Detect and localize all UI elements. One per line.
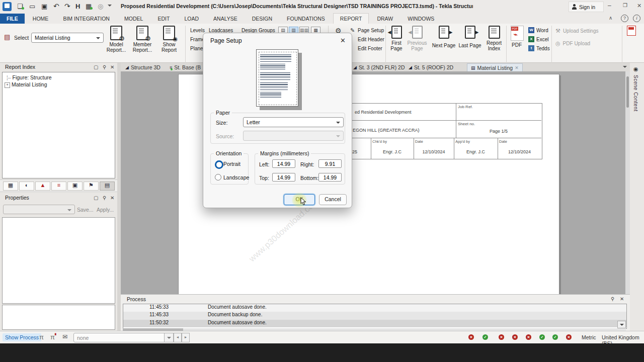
status-indicator[interactable]: [566, 334, 572, 340]
undo-icon[interactable]: ↶: [53, 2, 59, 10]
collapse-ribbon-icon[interactable]: ∧: [609, 15, 612, 21]
edit-header-button[interactable]: Edit Header: [358, 37, 384, 42]
tab-design[interactable]: DESIGN: [246, 14, 279, 24]
selection-dropdown-icon[interactable]: [164, 333, 174, 342]
tab-model[interactable]: MODEL: [118, 14, 149, 24]
restore-icon[interactable]: ▢: [94, 64, 98, 70]
save-icon[interactable]: ▣: [41, 3, 47, 10]
new-file-icon[interactable]: ❏: [17, 3, 23, 10]
show-report-button[interactable]: ◉ Show Report: [155, 26, 183, 55]
levels-toggle[interactable]: Levels: [190, 28, 205, 33]
export-pdf-button[interactable]: PDF ⌁ PDF: [508, 26, 525, 55]
process-row[interactable]: 11:50:32Document autosave done.: [123, 320, 626, 327]
structure-tool-icon[interactable]: ▦: [3, 182, 18, 191]
properties-combo[interactable]: [3, 205, 75, 214]
close-icon[interactable]: ✕: [110, 64, 114, 70]
scrollbar-thumb[interactable]: [626, 76, 629, 108]
bench-tool2-icon[interactable]: π▘: [50, 333, 57, 341]
status-indicator[interactable]: [482, 334, 488, 340]
doc-tab-material-listing[interactable]: ▤ Material Listing ✕: [467, 63, 523, 71]
status-indicator[interactable]: [499, 334, 504, 340]
canvas-scrollbar[interactable]: [625, 71, 630, 294]
model-report-button[interactable]: ⚙ Model Report...: [104, 26, 129, 55]
tree-item-figure-structure[interactable]: ¦– Figure: Structure: [7, 74, 52, 80]
status-indicator[interactable]: [512, 334, 518, 340]
report-tool-icon[interactable]: ▤: [100, 182, 115, 191]
export-word-button[interactable]: W Word: [528, 27, 548, 34]
status-indicator[interactable]: [539, 334, 545, 340]
tab-file[interactable]: FILE: [0, 14, 25, 24]
tab-report[interactable]: REPORT: [333, 13, 369, 24]
tab-home[interactable]: HOME: [26, 14, 55, 24]
upload-settings-button[interactable]: ⚒ Upload Settings: [555, 28, 598, 34]
minimize-button[interactable]: –: [608, 2, 611, 9]
dialog-close-icon[interactable]: ✕: [340, 37, 346, 44]
sign-in-button[interactable]: Sign in: [569, 2, 604, 12]
prev-selection-icon[interactable]: ◂: [174, 333, 182, 342]
right-margin-field[interactable]: [318, 159, 342, 168]
landscape-radio[interactable]: [215, 174, 221, 180]
process-row[interactable]: 11:45:33Document backup done.: [123, 312, 626, 319]
pin-icon[interactable]: ⚲: [103, 195, 106, 201]
tab-bim-integration[interactable]: BIM INTEGRATION: [56, 14, 116, 24]
doc-tab-st3-2ndflr[interactable]: ◢ St. 3 (2ND FLR) 2D: [350, 63, 409, 71]
history-icon[interactable]: H: [75, 3, 80, 10]
close-button[interactable]: ✕: [637, 3, 641, 9]
open-icon[interactable]: ▭: [29, 3, 35, 10]
globe-tool-icon[interactable]: ◐: [19, 182, 34, 191]
doc-tab-structure-3d[interactable]: ◢ Structure 3D: [122, 63, 164, 71]
first-page-button[interactable]: ◀ First Page: [386, 26, 407, 55]
export-tedds-button[interactable]: t Tedds: [528, 45, 550, 52]
next-page-button[interactable]: ▶ Next Page: [430, 26, 458, 55]
paper-size-combo[interactable]: Letter: [243, 117, 344, 127]
validate-tool-icon[interactable]: ▣: [67, 182, 83, 191]
cancel-button[interactable]: Cancel: [319, 194, 347, 205]
tab-load[interactable]: LOAD: [178, 14, 205, 24]
edit-footer-button[interactable]: Edit Footer: [358, 46, 382, 51]
tab-draw[interactable]: DRAW: [370, 14, 399, 24]
settings-icon[interactable]: ◎: [98, 3, 103, 10]
dock-splitter[interactable]: [117, 63, 121, 331]
close-tab-icon[interactable]: ✕: [515, 65, 519, 70]
close-icon[interactable]: ✕: [110, 195, 114, 201]
tab-analyse[interactable]: ANALYSE: [207, 14, 244, 24]
doc-tab-st5-roof[interactable]: ◢ St. 5 (ROOF) 2D: [405, 63, 457, 71]
info-icon[interactable]: i: [633, 15, 640, 22]
tab-windows[interactable]: WINDOWS: [401, 14, 441, 24]
help-icon[interactable]: ?: [621, 15, 628, 22]
flag-tool-icon[interactable]: ⚑: [84, 182, 99, 191]
report-select-combo[interactable]: Material Listing: [31, 33, 104, 43]
last-page-button[interactable]: ▶ Last Page: [457, 26, 483, 55]
close-icon[interactable]: ✕: [620, 296, 624, 302]
maximize-button[interactable]: ❐: [623, 3, 627, 8]
log-scroll-down-icon[interactable]: [617, 321, 626, 328]
doc-tab-st-base[interactable]: ≡ St. Base (B: [166, 63, 204, 71]
export-excel-button[interactable]: X Excel: [528, 36, 548, 43]
previous-page-button[interactable]: ◀ Previous Page: [407, 26, 428, 55]
status-indicator[interactable]: [552, 334, 558, 340]
tab-overflow-icon[interactable]: [623, 66, 627, 68]
portrait-radio[interactable]: [215, 160, 223, 169]
properties-save-button[interactable]: Save...: [77, 207, 94, 213]
portrait-label[interactable]: Portrait: [223, 161, 240, 167]
next-selection-icon[interactable]: ▸: [182, 333, 190, 342]
load-tool-icon[interactable]: ≡: [51, 182, 66, 191]
report-index-button[interactable]: Report Index: [483, 26, 505, 55]
scene-content-tab[interactable]: Scene Content: [633, 75, 638, 112]
expand-icon[interactable]: +: [5, 82, 10, 88]
member-report-button[interactable]: ⚙ Member Report...: [130, 26, 155, 55]
support-tool-icon[interactable]: ▲: [35, 182, 50, 191]
show-process-button[interactable]: Show Process: [3, 333, 41, 341]
quickbar-more-icon[interactable]: [108, 5, 112, 7]
validate-icon[interactable]: ▦: [86, 3, 92, 10]
status-indicator[interactable]: [526, 334, 531, 340]
restore-icon[interactable]: ▢: [94, 195, 98, 201]
pin-icon[interactable]: ⚲: [611, 296, 614, 302]
properties-apply-button[interactable]: Apply...: [97, 207, 114, 213]
units-status[interactable]: Metric: [582, 334, 596, 340]
mail-icon[interactable]: ✉: [62, 333, 67, 340]
status-indicator[interactable]: [468, 334, 474, 340]
left-margin-field[interactable]: [272, 159, 295, 168]
page-setup-button[interactable]: Page Setup: [358, 28, 384, 33]
tab-edit[interactable]: EDIT: [151, 14, 176, 24]
